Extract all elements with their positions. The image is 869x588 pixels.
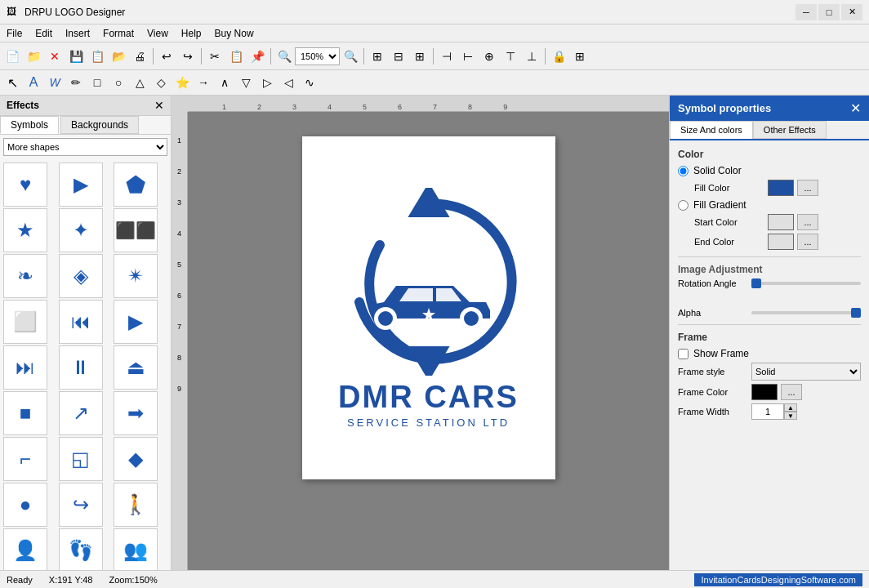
rp-close-button[interactable]: ✕ [850,100,861,116]
shape-star[interactable]: ★ [3,208,47,252]
fit-button[interactable]: ⊟ [389,47,408,66]
star5-button[interactable]: ⭐ [172,73,192,92]
select-button[interactable]: ↖ [2,73,22,92]
open-file-button[interactable]: 📂 [109,47,128,66]
save-as-button[interactable]: 📋 [87,47,107,66]
frame-color-more-button[interactable]: ... [781,384,802,400]
print-button[interactable]: 🖨 [130,47,149,66]
shape-square-solid[interactable]: ■ [3,391,47,435]
end-color-more-button[interactable]: ... [797,234,818,250]
start-color-more-button[interactable]: ... [797,214,818,230]
end-color-swatch[interactable] [768,234,794,250]
zoom-select[interactable]: 150% 100% 200% [295,47,340,65]
shape-pentagon[interactable]: ⬟ [114,163,158,207]
menu-help[interactable]: Help [175,26,208,41]
shape-circle[interactable]: ● [3,483,47,527]
zoom-in-button[interactable]: 🔍 [274,47,294,66]
shape-eject[interactable]: ⏏ [114,345,158,390]
tab-size-colors[interactable]: Size And colors [670,121,753,139]
shape-group[interactable]: 👥 [114,528,158,570]
arrow-button[interactable]: → [194,73,213,92]
zoom-out-button[interactable]: 🔍 [341,47,360,66]
align-right-button[interactable]: ⊢ [458,47,478,66]
shape-skip[interactable]: ⏭ [3,345,47,390]
shape-pause[interactable]: ⏸ [59,345,103,390]
shape-square3d[interactable]: ⬜ [3,300,47,344]
rect-button[interactable]: □ [87,73,107,92]
align-center-button[interactable]: ⊕ [479,47,499,66]
shape-back[interactable]: ⏮ [59,300,103,344]
fill-color-more-button[interactable]: ... [797,180,818,196]
rotation-slider[interactable] [751,282,861,285]
canvas-area[interactable]: 123456789 123456789 [172,96,669,570]
panel-close-button[interactable]: ✕ [154,99,164,112]
frame-width-input[interactable] [751,403,784,420]
close-doc-button[interactable]: ✕ [45,47,65,66]
tab-other-effects[interactable]: Other Effects [753,121,827,139]
align-bottom-button[interactable]: ⊥ [522,47,541,66]
align-left-button[interactable]: ⊣ [437,47,457,66]
wordart-button[interactable]: W [45,73,65,92]
shape-person[interactable]: 🚶 [114,483,158,527]
solid-color-radio[interactable] [678,166,689,176]
shape-sparkle[interactable]: ✴ [114,254,158,298]
shape-cross[interactable]: ✦ [59,208,103,252]
draw-button[interactable]: ✏ [66,73,86,92]
arrow-l-button[interactable]: ◁ [279,73,298,92]
shape-arrow-bold[interactable]: ➡ [114,391,158,435]
fill-gradient-radio[interactable] [678,200,689,211]
frame-style-select[interactable]: Solid Dashed Dotted [751,363,861,381]
menu-file[interactable]: File [0,26,29,41]
menu-insert[interactable]: Insert [59,26,96,41]
new-button[interactable]: 📄 [2,47,22,66]
arrow-r-button[interactable]: ▷ [257,73,277,92]
spinbox-down[interactable]: ▼ [784,412,797,420]
cut-button[interactable]: ✂ [205,47,225,66]
shape-arrow-diag[interactable]: ↗ [59,391,103,435]
lock-button[interactable]: 🔒 [549,47,568,66]
grid-button[interactable]: ⊞ [410,47,430,66]
shape-person2[interactable]: 👤 [3,528,47,570]
diamond-button[interactable]: ◇ [151,73,171,92]
alpha-slider[interactable] [751,311,861,314]
redo-button[interactable]: ↪ [178,47,198,66]
shape-arrow-right[interactable]: ▶ [59,163,103,207]
shape-columns[interactable]: ⬛⬛ [114,208,158,252]
tab-backgrounds[interactable]: Backgrounds [60,116,139,134]
open-button[interactable]: 📁 [24,47,43,66]
group-button[interactable]: ⊞ [570,47,590,66]
paste-button[interactable]: 📌 [247,47,267,66]
copy-button[interactable]: 📋 [226,47,246,66]
align-top-button[interactable]: ⊤ [501,47,520,66]
menu-buynow[interactable]: Buy Now [208,26,261,41]
menu-edit[interactable]: Edit [29,26,59,41]
show-frame-checkbox[interactable] [678,349,689,359]
shape-leaf[interactable]: ❧ [3,254,47,298]
close-button[interactable]: ✕ [841,4,862,20]
circle-button[interactable]: ○ [109,73,128,92]
tri2-button[interactable]: ▽ [236,73,256,92]
text-button[interactable]: A [24,73,43,92]
shape-play[interactable]: ▶ [114,300,158,344]
shape-gem[interactable]: ◆ [114,437,158,481]
shape-turn[interactable]: ↪ [59,483,103,527]
start-color-swatch[interactable] [768,214,794,230]
tab-symbols[interactable]: Symbols [0,116,59,134]
triangle-button[interactable]: △ [130,73,149,92]
fill-color-swatch[interactable] [768,180,794,196]
undo-button[interactable]: ↩ [157,47,176,66]
shape-person3[interactable]: 👣 [59,528,103,570]
save-button[interactable]: 💾 [66,47,86,66]
menu-format[interactable]: Format [96,26,140,41]
frame-color-swatch[interactable] [751,384,778,400]
zig-button[interactable]: ∧ [215,73,234,92]
shape-diamond3d[interactable]: ◈ [59,254,103,298]
shape-heart[interactable]: ♥ [3,163,47,207]
shape-arrow-curved[interactable]: ◱ [59,437,103,481]
menu-view[interactable]: View [140,26,175,41]
shape-corner[interactable]: ⌐ [3,437,47,481]
minimize-button[interactable]: ─ [795,4,817,20]
maximize-button[interactable]: □ [818,4,840,20]
spinbox-up[interactable]: ▲ [784,403,797,412]
shapes-dropdown[interactable]: More shapes [3,138,167,156]
